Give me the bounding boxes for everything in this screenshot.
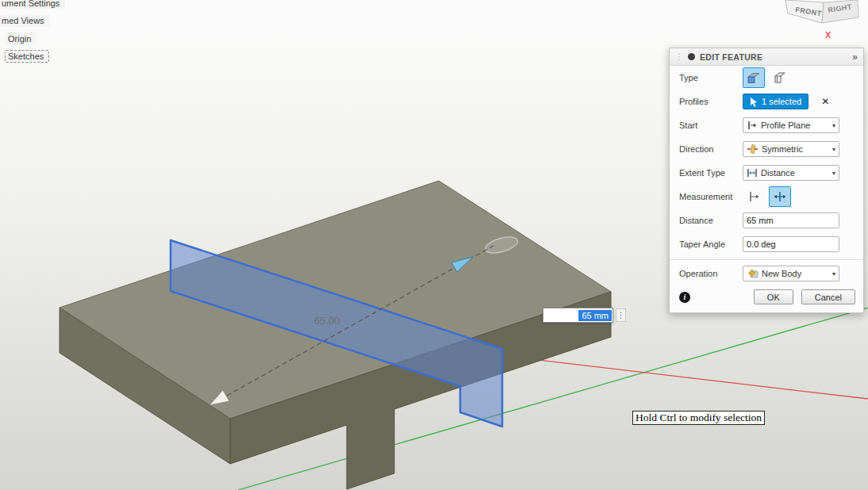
direction-row: Direction Symmetric ▾ xyxy=(670,137,863,161)
feature-icon xyxy=(688,53,695,60)
dimension-input-selected-text[interactable]: 65 mm xyxy=(578,310,612,321)
profiles-label: Profiles xyxy=(679,97,743,106)
extent-type-label: Extent Type xyxy=(679,168,743,178)
selection-tooltip: Hold Ctrl to modify selection xyxy=(632,411,765,425)
cancel-button[interactable]: Cancel xyxy=(801,289,855,304)
measurement-half-length-button[interactable] xyxy=(769,186,791,207)
browser-item-document-settings[interactable]: ument Settings xyxy=(0,0,65,10)
measurement-whole-length-button[interactable] xyxy=(743,186,765,207)
new-body-icon xyxy=(747,268,759,279)
symmetric-icon xyxy=(747,144,759,155)
direction-dropdown[interactable]: Symmetric ▾ xyxy=(743,141,839,157)
extent-type-value: Distance xyxy=(761,168,795,178)
start-dropdown[interactable]: Profile Plane ▾ xyxy=(743,117,839,133)
dimension-input-grip-icon[interactable]: ⋮ xyxy=(616,308,626,322)
cursor-icon xyxy=(750,97,758,107)
info-icon[interactable]: i xyxy=(679,292,690,303)
operation-row: Operation New Body ▾ xyxy=(670,262,863,285)
edit-feature-dialog: ⋮ EDIT FEATURE » Type xyxy=(669,48,864,313)
expand-dialog-icon[interactable]: » xyxy=(852,52,858,63)
operation-dropdown[interactable]: New Body ▾ xyxy=(743,266,839,281)
chevron-down-icon: ▾ xyxy=(832,122,835,129)
taper-angle-row: Taper Angle xyxy=(670,232,863,256)
profile-plane-icon xyxy=(747,120,758,131)
measurement-row: Measurement xyxy=(670,185,863,209)
half-length-icon xyxy=(773,190,787,203)
chevron-down-icon: ▾ xyxy=(832,270,835,278)
dimension-input[interactable]: 65 mm xyxy=(543,308,613,323)
dialog-header[interactable]: ⋮ EDIT FEATURE » xyxy=(670,48,863,66)
whole-length-icon xyxy=(747,190,761,203)
dialog-footer: i OK Cancel xyxy=(670,285,863,312)
direction-label: Direction xyxy=(679,144,743,154)
type-row: Type xyxy=(670,66,863,90)
clear-selection-icon[interactable]: ✕ xyxy=(821,96,829,107)
browser-item-named-views[interactable]: med Views xyxy=(0,14,50,27)
dimension-value-label: 65.00 xyxy=(314,315,340,327)
dialog-title: EDIT FEATURE xyxy=(700,52,852,62)
profiles-selected-button[interactable]: 1 selected xyxy=(743,94,808,109)
ok-button[interactable]: OK xyxy=(754,289,793,304)
operation-label: Operation xyxy=(679,269,743,278)
profiles-selected-count: 1 selected xyxy=(762,97,801,106)
fusion-viewport-window: 65.00 ument Settings med Views Origin Sk… xyxy=(0,0,868,490)
start-label: Start xyxy=(679,121,743,130)
extrude-solid-button[interactable] xyxy=(743,67,765,88)
dialog-divider xyxy=(670,259,863,260)
distance-input[interactable] xyxy=(743,212,839,228)
extent-type-row: Extent Type Distance ▾ xyxy=(670,161,863,185)
drag-handle-icon[interactable]: ⋮ xyxy=(675,52,683,61)
view-cube[interactable]: FRONT RIGHT X xyxy=(778,0,868,48)
taper-angle-label: Taper Angle xyxy=(679,239,743,249)
browser-item-origin[interactable]: Origin xyxy=(5,33,36,45)
chevron-down-icon: ▾ xyxy=(832,146,835,153)
start-value: Profile Plane xyxy=(761,121,810,130)
distance-row: Distance xyxy=(670,209,863,232)
direction-value: Symmetric xyxy=(762,144,803,154)
extent-type-dropdown[interactable]: Distance ▾ xyxy=(743,165,839,181)
taper-angle-input[interactable] xyxy=(743,236,839,252)
measurement-label: Measurement xyxy=(679,192,743,201)
distance-label: Distance xyxy=(679,216,743,225)
extrude-solid-icon xyxy=(746,70,762,86)
extrude-thin-button[interactable] xyxy=(769,67,791,88)
browser-item-sketches[interactable]: Sketches xyxy=(5,50,49,63)
type-label: Type xyxy=(679,73,743,82)
chevron-down-icon: ▾ xyxy=(832,170,835,177)
operation-value: New Body xyxy=(762,269,801,278)
profiles-row: Profiles 1 selected ✕ xyxy=(670,90,863,113)
distance-extent-icon xyxy=(747,167,758,178)
extrude-thin-icon xyxy=(772,70,788,86)
x-axis-label: X xyxy=(825,30,832,40)
start-row: Start Profile Plane ▾ xyxy=(670,113,863,137)
